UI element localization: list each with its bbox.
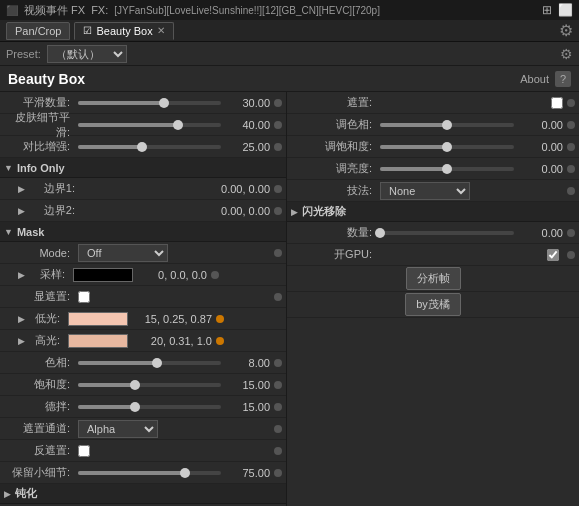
mask-section[interactable]: ▼ Mask xyxy=(0,222,286,242)
skin-smooth-slider[interactable] xyxy=(78,118,221,132)
main-header: Beauty Box About ? xyxy=(0,66,579,92)
dithering-label: 德拌: xyxy=(4,399,74,414)
retain-value: 75.00 xyxy=(225,467,270,479)
border2-reset[interactable] xyxy=(274,207,282,215)
technique-label: 技法: xyxy=(291,183,376,198)
param-flash-quantity: 数量: 0.00 xyxy=(287,222,579,244)
help-button[interactable]: ? xyxy=(555,71,571,87)
smooth-reset[interactable] xyxy=(274,99,282,107)
titlebar-grid-icon: ⊞ xyxy=(542,3,552,17)
preset-select[interactable]: （默认） xyxy=(47,45,127,63)
highlight-arrow: ▶ xyxy=(18,336,25,346)
saturation-reset[interactable] xyxy=(274,381,282,389)
border2-arrow: ▶ xyxy=(18,206,25,216)
flash-quantity-label: 数量: xyxy=(291,225,376,240)
mode-reset[interactable] xyxy=(274,249,282,257)
display-checkbox[interactable] xyxy=(78,291,90,303)
saturation-value: 15.00 xyxy=(225,379,270,391)
mask-title: Mask xyxy=(17,226,45,238)
page-title: Beauty Box xyxy=(8,71,514,87)
flash-quantity-reset[interactable] xyxy=(567,229,575,237)
sample-reset[interactable] xyxy=(211,271,219,279)
by-flowers-button[interactable]: by茂橘 xyxy=(405,293,461,316)
adj-hue-label: 调色相: xyxy=(291,117,376,132)
gpu-checkbox[interactable] xyxy=(547,249,559,261)
tab-beautybox[interactable]: ☑ Beauty Box ✕ xyxy=(74,22,173,40)
dithering-value: 15.00 xyxy=(225,401,270,413)
smooth-slider[interactable] xyxy=(78,96,221,110)
flash-quantity-slider[interactable] xyxy=(380,226,514,240)
invert-label: 反遮置: xyxy=(4,443,74,458)
solidify-arrow-icon: ▶ xyxy=(4,489,11,499)
retain-slider[interactable] xyxy=(78,466,221,480)
gpu-reset[interactable] xyxy=(567,251,575,259)
hue-reset[interactable] xyxy=(274,359,282,367)
invert-checkbox[interactable] xyxy=(78,445,90,457)
adj-bright-reset[interactable] xyxy=(567,165,575,173)
skin-smooth-reset[interactable] xyxy=(274,121,282,129)
tab-area: Pan/Crop ☑ Beauty Box ✕ ⚙ xyxy=(0,20,579,42)
gpu-row: 开GPU: xyxy=(287,244,579,266)
channel-reset[interactable] xyxy=(274,425,282,433)
channel-select[interactable]: Alpha xyxy=(78,420,158,438)
contrast-slider[interactable] xyxy=(78,140,221,154)
tab-close-icon[interactable]: ✕ xyxy=(157,25,165,36)
adj-sat-reset[interactable] xyxy=(567,143,575,151)
tab-beautybox-label: Beauty Box xyxy=(96,25,152,37)
lowlight-reset[interactable] xyxy=(216,315,224,323)
border1-label: 边界1: xyxy=(29,181,79,196)
tab-pancrop[interactable]: Pan/Crop xyxy=(6,22,70,40)
border2-value: 0.00, 0.00 xyxy=(190,205,270,217)
tab-pancrop-label: Pan/Crop xyxy=(15,25,61,37)
param-contrast: 对比增强: 25.00 xyxy=(0,136,286,158)
saturation-slider[interactable] xyxy=(78,378,221,392)
param-highlight: ▶ 高光: 20, 0.31, 1.0 xyxy=(0,330,286,352)
tab-settings-icon: ⚙ xyxy=(559,21,573,40)
param-adj-sat: 调饱和度: 0.00 xyxy=(287,136,579,158)
retain-reset[interactable] xyxy=(274,469,282,477)
right-overlay-reset[interactable] xyxy=(567,99,575,107)
technique-select[interactable]: None xyxy=(380,182,470,200)
sample-arrow: ▶ xyxy=(18,270,25,280)
smooth-label: 平滑数量: xyxy=(4,95,74,110)
dithering-reset[interactable] xyxy=(274,403,282,411)
border1-reset[interactable] xyxy=(274,185,282,193)
analyze-button[interactable]: 分析帧 xyxy=(406,267,461,290)
technique-row: 技法: None xyxy=(287,180,579,202)
lowlight-value: 15, 0.25, 0.87 xyxy=(132,313,212,325)
param-dithering: 德拌: 15.00 xyxy=(0,396,286,418)
by-flowers-row: by茂橘 xyxy=(287,292,579,318)
invert-reset[interactable] xyxy=(274,447,282,455)
hue-slider[interactable] xyxy=(78,356,221,370)
lowlight-color[interactable] xyxy=(68,312,128,326)
contrast-reset[interactable] xyxy=(274,143,282,151)
dithering-slider[interactable] xyxy=(78,400,221,414)
adj-sat-slider[interactable] xyxy=(380,140,514,154)
retain-label: 保留小细节: xyxy=(4,465,74,480)
param-lowlight: ▶ 低光: 15, 0.25, 0.87 xyxy=(0,308,286,330)
flash-arrow-icon: ▶ xyxy=(291,207,298,217)
solidify-section[interactable]: ▶ 钝化 xyxy=(0,484,286,504)
adj-bright-slider[interactable] xyxy=(380,162,514,176)
adj-hue-slider[interactable] xyxy=(380,118,514,132)
right-overlay-label: 遮置: xyxy=(291,95,376,110)
flash-title: 闪光移除 xyxy=(302,204,346,219)
display-reset[interactable] xyxy=(274,293,282,301)
left-panel: 平滑数量: 30.00 皮肤细节平滑: 40.00 对比增强: xyxy=(0,92,287,506)
flash-section[interactable]: ▶ 闪光移除 xyxy=(287,202,579,222)
technique-reset[interactable] xyxy=(567,187,575,195)
content-area: 平滑数量: 30.00 皮肤细节平滑: 40.00 对比增强: xyxy=(0,92,579,506)
right-overlay-checkbox[interactable] xyxy=(551,97,563,109)
about-button[interactable]: About xyxy=(514,73,555,85)
mode-select[interactable]: Off xyxy=(78,244,168,262)
highlight-reset[interactable] xyxy=(216,337,224,345)
channel-label: 遮置通道: xyxy=(4,421,74,436)
info-only-section[interactable]: ▼ Info Only xyxy=(0,158,286,178)
param-hue: 色相: 8.00 xyxy=(0,352,286,374)
adj-hue-reset[interactable] xyxy=(567,121,575,129)
contrast-label: 对比增强: xyxy=(4,139,74,154)
highlight-color[interactable] xyxy=(68,334,128,348)
analyze-row: 分析帧 xyxy=(287,266,579,292)
sample-color[interactable] xyxy=(73,268,133,282)
mask-mode-row: Mode: Off xyxy=(0,242,286,264)
